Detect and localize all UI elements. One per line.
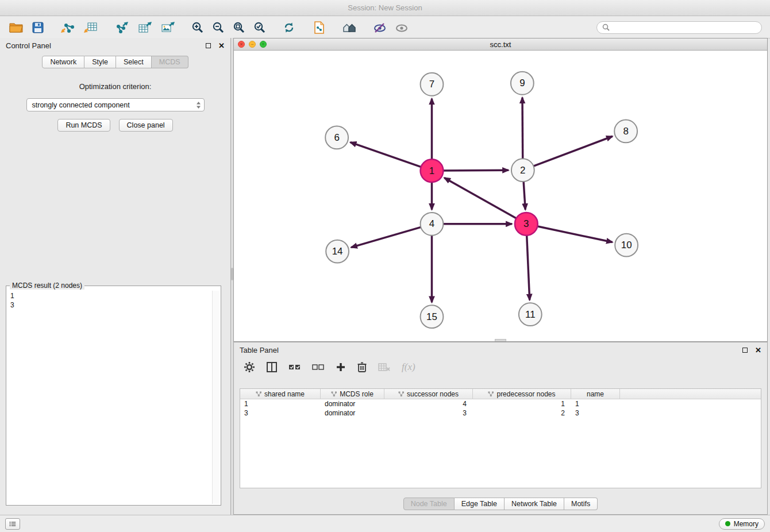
graph-node-14[interactable]: 14 bbox=[326, 240, 349, 263]
column-header-mcds-role[interactable]: MCDS role bbox=[321, 389, 384, 399]
clone-network-button[interactable] bbox=[311, 20, 326, 35]
graph-node-2[interactable]: 2 bbox=[511, 159, 534, 182]
tab-select[interactable]: Select bbox=[116, 56, 152, 68]
save-session-button[interactable] bbox=[31, 21, 45, 34]
zoom-selected-icon bbox=[253, 21, 266, 34]
graph-node-15[interactable]: 15 bbox=[421, 305, 444, 328]
toggle-details-button[interactable] bbox=[372, 21, 387, 34]
graph-node-7[interactable]: 7 bbox=[421, 73, 444, 96]
column-header-shared-name[interactable]: shared name bbox=[240, 389, 321, 399]
import-network-file-button[interactable] bbox=[60, 21, 76, 34]
table-settings-button[interactable] bbox=[243, 361, 256, 373]
session-home-button[interactable] bbox=[341, 21, 357, 34]
graph-node-10[interactable]: 10 bbox=[615, 234, 638, 257]
delete-table-button[interactable] bbox=[378, 361, 391, 373]
attribute-icon bbox=[488, 391, 494, 397]
network-canvas[interactable]: 7968124314101511 bbox=[234, 51, 767, 341]
graph-node-11[interactable]: 11 bbox=[519, 303, 542, 326]
graph-edge-2-8[interactable] bbox=[523, 136, 613, 170]
run-mcds-button[interactable]: Run MCDS bbox=[57, 119, 110, 132]
float-panel-button[interactable] bbox=[206, 43, 211, 48]
zoom-in-button[interactable] bbox=[191, 21, 205, 34]
graph-node-9[interactable]: 9 bbox=[511, 72, 534, 95]
open-file-button[interactable] bbox=[8, 21, 24, 34]
result-scrollbar[interactable] bbox=[212, 291, 220, 504]
close-panel-button[interactable]: Close panel bbox=[119, 119, 173, 132]
graph-edge-1-6[interactable] bbox=[351, 142, 432, 171]
close-window-button[interactable]: × bbox=[238, 41, 245, 48]
memory-button[interactable]: Memory bbox=[719, 518, 765, 530]
graph-node-4[interactable]: 4 bbox=[421, 213, 444, 236]
column-header-name[interactable]: name bbox=[571, 389, 620, 399]
application-window: Session: New Session bbox=[0, 0, 770, 532]
eye-slash-icon bbox=[373, 21, 387, 34]
function-builder-button[interactable]: f(x) bbox=[401, 361, 416, 373]
plus-icon bbox=[336, 362, 346, 372]
svg-text:10: 10 bbox=[621, 240, 632, 250]
tab-node-table[interactable]: Node Table bbox=[403, 498, 455, 510]
graph-node-6[interactable]: 6 bbox=[325, 126, 348, 149]
import-network-icon bbox=[60, 21, 75, 34]
zoom-fit-button[interactable] bbox=[232, 21, 246, 34]
result-line: 3 bbox=[10, 300, 217, 310]
criterion-select[interactable]: strongly connected component bbox=[26, 98, 205, 111]
zoom-window-button[interactable]: + bbox=[260, 41, 267, 48]
eye-button[interactable] bbox=[394, 21, 409, 34]
tab-mcds[interactable]: MCDS bbox=[152, 56, 188, 68]
table-toolbar: f(x) bbox=[234, 357, 767, 377]
export-image-button[interactable] bbox=[160, 21, 176, 34]
attribute-icon bbox=[256, 391, 262, 397]
task-history-button[interactable] bbox=[5, 518, 20, 530]
tab-motifs[interactable]: Motifs bbox=[564, 498, 598, 510]
node-table: shared name MCDS role successor nodes pr… bbox=[240, 388, 761, 488]
close-table-panel-button[interactable]: ✕ bbox=[755, 346, 761, 354]
graph-edge-3-10[interactable] bbox=[526, 224, 613, 242]
show-column-button[interactable] bbox=[265, 361, 278, 373]
cell-successor-nodes: 3 bbox=[384, 409, 473, 417]
cell-predecessor-nodes: 2 bbox=[473, 409, 571, 417]
network-window-titlebar: scc.txt × − + bbox=[234, 38, 767, 51]
table-row[interactable]: 1 dominator 4 1 1 bbox=[240, 399, 761, 408]
horizontal-splitter-handle[interactable] bbox=[495, 339, 506, 341]
export-network-button[interactable] bbox=[114, 21, 130, 34]
column-header-successor-nodes[interactable]: successor nodes bbox=[384, 389, 473, 399]
result-line: 1 bbox=[10, 291, 217, 300]
table-row[interactable]: 3 dominator 3 2 3 bbox=[240, 408, 761, 418]
cell-name: 1 bbox=[571, 400, 620, 408]
tab-network-table[interactable]: Network Table bbox=[505, 498, 564, 510]
export-table-button[interactable] bbox=[137, 21, 153, 34]
unselect-all-columns-button[interactable] bbox=[311, 362, 325, 372]
network-view-window: scc.txt × − + 7968124314101511 bbox=[233, 38, 768, 342]
list-icon bbox=[9, 521, 16, 527]
tab-style[interactable]: Style bbox=[84, 56, 116, 68]
close-panel-icon-button[interactable]: ✕ bbox=[218, 42, 225, 49]
home-group bbox=[341, 21, 357, 34]
float-table-panel-button[interactable] bbox=[742, 348, 748, 353]
graph-edge-3-1[interactable] bbox=[444, 178, 526, 223]
apply-layout-button[interactable] bbox=[282, 21, 297, 34]
export-network-icon bbox=[114, 21, 129, 34]
select-all-columns-button[interactable] bbox=[288, 362, 302, 372]
search-input[interactable] bbox=[613, 23, 756, 32]
search-box[interactable] bbox=[596, 21, 762, 34]
table-header-row: shared name MCDS role successor nodes pr… bbox=[240, 389, 761, 399]
minimize-window-button[interactable]: − bbox=[249, 41, 256, 48]
open-folder-icon bbox=[9, 21, 24, 34]
import-table-file-button[interactable] bbox=[83, 21, 99, 34]
control-panel-tabs: Network Style Select MCDS bbox=[0, 56, 230, 68]
table-panel: Table Panel ✕ bbox=[233, 342, 768, 515]
graph-edge-4-14[interactable] bbox=[351, 224, 432, 248]
svg-text:9: 9 bbox=[519, 78, 525, 88]
control-panel-title: Control Panel bbox=[6, 41, 51, 50]
graph-node-3[interactable]: 3 bbox=[515, 213, 538, 236]
column-header-predecessor-nodes[interactable]: predecessor nodes bbox=[473, 389, 571, 399]
zoom-selected-button[interactable] bbox=[253, 21, 267, 34]
mcds-result-list: 1 3 bbox=[6, 290, 221, 311]
tab-network[interactable]: Network bbox=[42, 56, 84, 68]
tab-edge-table[interactable]: Edge Table bbox=[455, 498, 505, 510]
delete-column-button[interactable] bbox=[356, 361, 368, 373]
zoom-out-button[interactable] bbox=[211, 21, 225, 34]
graph-node-1[interactable]: 1 bbox=[421, 159, 444, 182]
add-column-button[interactable] bbox=[335, 361, 346, 373]
graph-node-8[interactable]: 8 bbox=[614, 120, 637, 143]
